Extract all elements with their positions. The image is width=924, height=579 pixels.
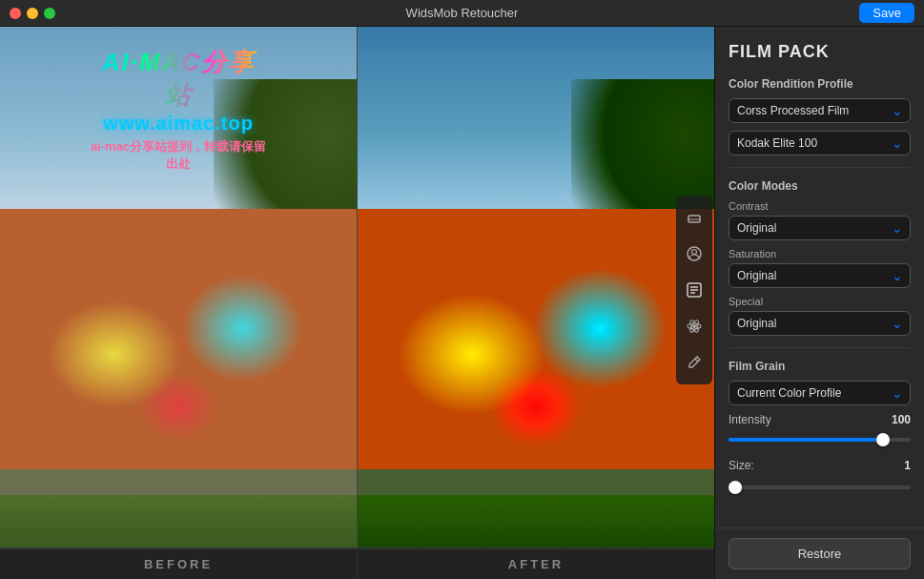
image-area: AI·MAC分享站 www.aimac.top ai-mac分享站提到，转载请保… bbox=[0, 27, 714, 579]
sidebar-title: FILM PACK bbox=[729, 42, 911, 62]
traffic-lights bbox=[10, 8, 55, 19]
before-photo: AI·MAC分享站 www.aimac.top ai-mac分享站提到，转载请保… bbox=[0, 27, 357, 548]
intensity-slider-thumb[interactable] bbox=[876, 433, 890, 446]
color-modes-label: Color Modes bbox=[729, 179, 911, 193]
film-grain-label: Film Grain bbox=[729, 360, 911, 373]
special-select[interactable]: Original Low Medium High bbox=[729, 311, 911, 336]
before-panel: AI·MAC分享站 www.aimac.top ai-mac分享站提到，转载请保… bbox=[0, 27, 358, 548]
film-grain-select[interactable]: Current Color Profile None Light Medium … bbox=[729, 381, 911, 405]
image-labels: BEFORE AFTER bbox=[0, 548, 714, 579]
film-grain-select-wrapper: Current Color Profile None Light Medium … bbox=[729, 381, 911, 405]
restore-button[interactable]: Restore bbox=[729, 538, 911, 569]
intensity-slider-container bbox=[729, 430, 911, 449]
after-panel bbox=[358, 27, 714, 548]
person-circle-icon[interactable] bbox=[680, 239, 708, 268]
size-label: Size: bbox=[729, 459, 754, 472]
brush-icon[interactable] bbox=[680, 276, 708, 304]
maximize-button[interactable] bbox=[44, 8, 55, 19]
app-title: WidsMob Retoucher bbox=[406, 6, 519, 20]
color-rendition-profile1-wrapper: Corss Processed Film ⌄ bbox=[729, 98, 911, 123]
saturation-label: Saturation bbox=[729, 248, 911, 259]
color-rendition-profile2-wrapper: Kodak Elite 100 ⌄ bbox=[729, 131, 911, 155]
intensity-value: 100 bbox=[892, 413, 911, 426]
size-slider-thumb[interactable] bbox=[729, 481, 742, 494]
title-bar: WidsMob Retoucher Save bbox=[0, 0, 924, 27]
intensity-slider-fill bbox=[729, 438, 883, 442]
svg-point-3 bbox=[692, 249, 697, 254]
size-slider-track bbox=[729, 486, 911, 489]
atom-icon[interactable] bbox=[680, 312, 708, 341]
contrast-label: Contrast bbox=[729, 200, 911, 212]
intensity-label: Intensity bbox=[729, 413, 771, 426]
size-row: Size: 1 bbox=[729, 459, 911, 472]
after-photo bbox=[358, 27, 714, 548]
minimize-button[interactable] bbox=[27, 8, 38, 19]
pencil-icon[interactable] bbox=[680, 348, 708, 377]
before-label: BEFORE bbox=[0, 548, 357, 579]
color-rendition-profile2-select[interactable]: Kodak Elite 100 bbox=[729, 131, 911, 155]
image-panels: AI·MAC分享站 www.aimac.top ai-mac分享站提到，转载请保… bbox=[0, 27, 714, 548]
tool-icons bbox=[676, 196, 712, 384]
eraser-icon[interactable] bbox=[680, 203, 708, 232]
color-rendition-label: Color Rendition Profile bbox=[729, 77, 911, 91]
special-label: Special bbox=[729, 296, 911, 307]
svg-point-8 bbox=[692, 324, 696, 328]
sidebar-content: FILM PACK Color Rendition Profile Corss … bbox=[715, 27, 924, 527]
saturation-select[interactable]: Original Low Medium High bbox=[729, 263, 911, 288]
restore-area: Restore bbox=[715, 527, 924, 579]
special-select-wrapper: Original Low Medium High ⌄ bbox=[729, 311, 911, 336]
size-value: 1 bbox=[904, 459, 911, 472]
color-rendition-profile1-select[interactable]: Corss Processed Film bbox=[729, 98, 911, 123]
contrast-select-wrapper: Original Low Medium High ⌄ bbox=[729, 216, 911, 240]
after-label: AFTER bbox=[358, 548, 714, 579]
intensity-slider-track bbox=[729, 438, 911, 442]
contrast-select[interactable]: Original Low Medium High bbox=[729, 216, 911, 240]
save-button[interactable]: Save bbox=[859, 3, 914, 23]
intensity-row: Intensity 100 bbox=[729, 413, 911, 426]
size-slider-container bbox=[729, 478, 911, 497]
main-container: AI·MAC分享站 www.aimac.top ai-mac分享站提到，转载请保… bbox=[0, 27, 924, 579]
svg-line-12 bbox=[695, 359, 698, 362]
sidebar: FILM PACK Color Rendition Profile Corss … bbox=[714, 27, 924, 579]
close-button[interactable] bbox=[10, 8, 21, 19]
divider-1 bbox=[729, 167, 911, 168]
saturation-select-wrapper: Original Low Medium High ⌄ bbox=[729, 263, 911, 288]
divider-2 bbox=[729, 347, 911, 348]
